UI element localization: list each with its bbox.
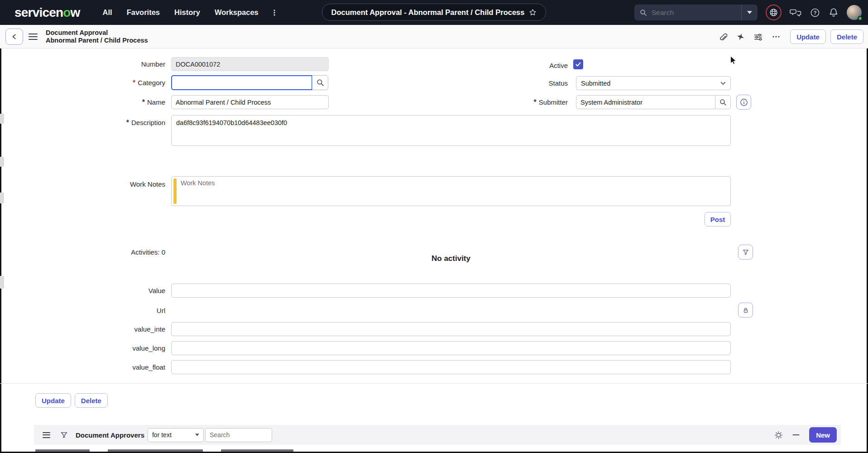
list-search-input[interactable] <box>205 428 272 442</box>
menu-item-workspaces[interactable]: Workspaces <box>215 8 259 17</box>
work-notes-field <box>171 176 731 206</box>
footer-delete-button[interactable]: Delete <box>75 393 108 408</box>
delete-button[interactable]: Delete <box>830 29 863 44</box>
status-selected-value: Submitted <box>581 80 610 87</box>
url-lock-button[interactable] <box>738 303 753 318</box>
global-search[interactable] <box>634 5 758 20</box>
category-label: *Category <box>9 79 165 87</box>
number-input[interactable] <box>171 57 329 71</box>
list-context-menu-icon[interactable] <box>43 432 50 438</box>
lock-icon <box>742 307 749 314</box>
record-header-actions: Update Delete <box>718 29 863 44</box>
value-inte-label: value_inte <box>9 325 165 333</box>
svg-text:?: ? <box>814 10 817 15</box>
personalize-sliders-icon[interactable] <box>753 32 763 42</box>
clipped-list-row <box>35 448 443 452</box>
value-long-label: value_long <box>9 344 165 352</box>
ai-sparkle-icon[interactable] <box>736 33 745 41</box>
active-label: Active <box>453 62 568 69</box>
work-notes-label: Work Notes <box>9 180 165 188</box>
required-asterisk: * <box>142 98 145 106</box>
update-button[interactable]: Update <box>790 29 826 44</box>
activity-filter-button[interactable] <box>738 245 753 260</box>
notifications-bell-icon[interactable] <box>829 7 839 18</box>
chat-icon[interactable] <box>790 8 801 18</box>
top-nav-bar: servicenow All Favorites History Workspa… <box>0 0 868 25</box>
help-icon[interactable]: ? <box>810 7 820 18</box>
submitter-input[interactable] <box>576 95 715 109</box>
more-menus-icon[interactable] <box>270 9 278 17</box>
left-edge-tab <box>0 193 4 203</box>
description-textarea[interactable]: da6f8c93f6194070b10d64483ee030f0 <box>171 115 731 146</box>
list-search-field-select[interactable]: for text <box>148 428 204 442</box>
footer-update-button[interactable]: Update <box>35 393 71 408</box>
record-header-bar: Document Approval Abnormal Parent / Chil… <box>0 25 868 48</box>
record-title-name: Abnormal Parent / Child Process <box>46 37 148 44</box>
left-edge-tab <box>0 157 4 167</box>
list-settings-gear-icon[interactable] <box>774 431 783 439</box>
clipped-cell <box>221 449 293 452</box>
left-edge-tab <box>0 114 4 124</box>
brand-text-2: w <box>71 5 80 19</box>
funnel-icon <box>742 249 749 256</box>
value-inte-input[interactable] <box>171 322 731 336</box>
back-button[interactable] <box>5 29 23 45</box>
list-filter-funnel-icon[interactable] <box>60 431 68 439</box>
search-icon <box>640 9 647 16</box>
category-input[interactable] <box>171 75 312 90</box>
mouse-cursor <box>728 55 738 66</box>
servicenow-logo[interactable]: servicenow <box>14 5 80 20</box>
avatar-status-dot <box>858 16 863 21</box>
value-long-input[interactable] <box>171 341 731 355</box>
chevron-down-icon <box>720 82 726 85</box>
category-lookup-icon[interactable] <box>312 75 328 90</box>
submitter-preview-info-button[interactable] <box>736 95 751 110</box>
context-pill-label: Document Approval - Abnormal Parent / Ch… <box>331 8 525 17</box>
clipped-cell <box>35 449 90 452</box>
status-select[interactable]: Submitted <box>576 76 731 90</box>
list-new-button[interactable]: New <box>809 427 837 443</box>
footer-actions: Update Delete <box>35 393 108 408</box>
context-record-pill[interactable]: Document Approval - Abnormal Parent / Ch… <box>322 4 547 21</box>
caret-down-icon <box>195 434 199 436</box>
value-float-input[interactable] <box>171 360 731 374</box>
value-float-label: value_float <box>9 363 165 371</box>
submitter-lookup-icon[interactable] <box>715 95 731 109</box>
submitter-field-group <box>576 95 731 109</box>
user-avatar[interactable] <box>847 5 862 20</box>
list-collapse-minus-icon[interactable] <box>792 431 800 439</box>
attachment-paperclip-icon[interactable] <box>718 32 728 42</box>
related-list-actions: New <box>774 427 837 443</box>
value-input[interactable] <box>171 284 731 298</box>
active-checkbox[interactable] <box>573 59 583 69</box>
main-menu: All Favorites History Workspaces <box>103 8 259 17</box>
search-scope-caret[interactable] <box>741 5 758 20</box>
required-asterisk: * <box>133 79 135 87</box>
record-title-table: Document Approval <box>46 29 148 37</box>
name-input[interactable] <box>171 95 329 109</box>
app-window: servicenow All Favorites History Workspa… <box>0 0 868 453</box>
activities-count-label: Activities: 0 <box>9 248 165 256</box>
number-label: Number <box>9 60 165 68</box>
section-divider <box>0 383 868 384</box>
menu-item-favorites[interactable]: Favorites <box>127 8 160 17</box>
nav-right-cluster: ? <box>634 0 862 25</box>
form-context-menu-icon[interactable] <box>29 34 38 40</box>
brand-text: servicen <box>14 5 63 19</box>
work-notes-textarea[interactable] <box>180 178 729 205</box>
related-list-title: Document Approvers <box>76 431 144 439</box>
menu-item-history[interactable]: History <box>174 8 200 17</box>
global-search-input[interactable] <box>651 8 741 17</box>
related-list-header: Document Approvers for text New <box>34 425 841 445</box>
more-options-icon[interactable] <box>772 32 781 41</box>
name-label: *Name <box>9 98 165 106</box>
record-title: Document Approval Abnormal Parent / Chil… <box>46 29 148 44</box>
favorite-star-icon[interactable] <box>529 9 537 16</box>
description-label: *Description <box>9 119 165 127</box>
globe-icon[interactable] <box>766 5 782 20</box>
required-asterisk: * <box>126 119 129 126</box>
brand-accent-letter: o <box>63 5 70 19</box>
menu-item-all[interactable]: All <box>103 8 112 17</box>
post-button[interactable]: Post <box>705 212 731 226</box>
status-label: Status <box>453 79 568 87</box>
